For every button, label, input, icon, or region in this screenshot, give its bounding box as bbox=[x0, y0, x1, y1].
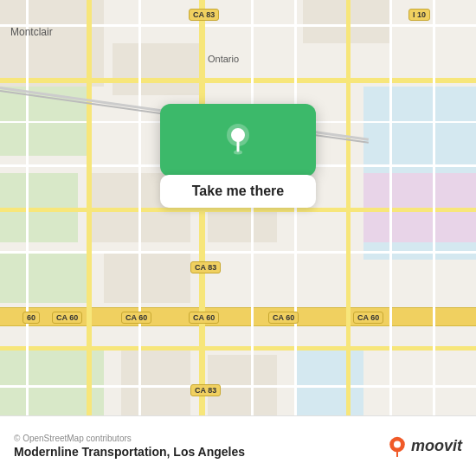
street-h bbox=[0, 385, 476, 388]
major-road-h3 bbox=[0, 346, 476, 351]
road-label-ca83-bot: CA 83 bbox=[190, 384, 221, 396]
block-bot bbox=[121, 346, 190, 415]
location-name: Modernline Transportation, Los Angeles bbox=[14, 445, 245, 459]
popup-card[interactable]: Take me there bbox=[160, 104, 316, 208]
road-label-ca60-3: CA 60 bbox=[189, 312, 219, 324]
block-teal bbox=[294, 346, 363, 415]
street-v bbox=[294, 0, 297, 415]
location-pin-icon bbox=[219, 119, 257, 158]
moovit-pin-icon bbox=[387, 436, 408, 457]
street-v bbox=[433, 0, 435, 415]
city-label: Ontario bbox=[208, 54, 239, 64]
street-h bbox=[0, 251, 476, 254]
road-label-i10: I 10 bbox=[408, 9, 430, 21]
major-road-h bbox=[0, 78, 476, 83]
street-v bbox=[389, 0, 392, 415]
major-road-v2 bbox=[199, 0, 205, 415]
major-road-h2 bbox=[0, 208, 476, 212]
map-container: Ontario Montclair CA 83 I 10 CA 83 60 CA… bbox=[0, 0, 476, 415]
district-label: Montclair bbox=[10, 26, 53, 38]
road-label-ca60-2: CA 60 bbox=[121, 312, 151, 324]
road-label-ca83-top: CA 83 bbox=[189, 9, 219, 21]
bottom-bar: © OpenStreetMap contributors Modernline … bbox=[0, 415, 476, 476]
major-road-v3 bbox=[346, 0, 351, 415]
street-h bbox=[0, 24, 476, 27]
road-label-ca60-5: CA 60 bbox=[353, 312, 383, 324]
svg-point-5 bbox=[394, 441, 401, 447]
street-v bbox=[251, 0, 254, 415]
moovit-brand-text: moovit bbox=[411, 437, 462, 455]
block bbox=[104, 251, 190, 303]
road-label-ca60-1: CA 60 bbox=[52, 312, 82, 324]
road-label-ca83-mid: CA 83 bbox=[190, 261, 221, 273]
road-label-ca60-4: CA 60 bbox=[268, 312, 299, 324]
block bbox=[113, 43, 199, 95]
road-label-60: 60 bbox=[23, 312, 40, 324]
moovit-logo: moovit bbox=[387, 436, 462, 457]
copyright-text: © OpenStreetMap contributors bbox=[14, 434, 245, 443]
major-road-v bbox=[87, 0, 92, 415]
popup-green-area bbox=[160, 104, 316, 177]
bottom-left-info: © OpenStreetMap contributors Modernline … bbox=[14, 434, 245, 459]
popup-bubble[interactable]: Take me there bbox=[160, 175, 316, 208]
street-v bbox=[138, 0, 141, 415]
block-green bbox=[0, 251, 87, 303]
street-v bbox=[26, 0, 29, 415]
take-me-there-label[interactable]: Take me there bbox=[192, 183, 284, 198]
